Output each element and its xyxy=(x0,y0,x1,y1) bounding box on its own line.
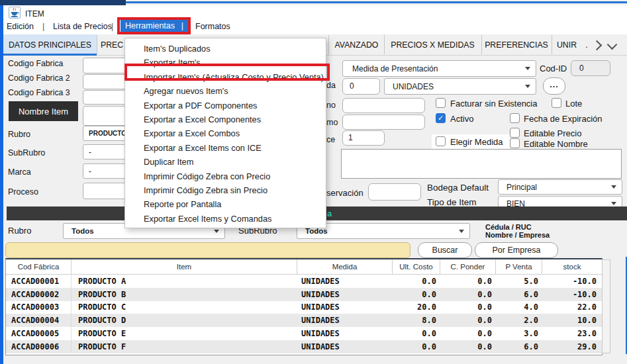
buscar-button-label: Buscar xyxy=(432,246,458,255)
item-window: ITEM Edición | Lista de Precios | Herram… xyxy=(0,0,627,364)
activo-label: Activo xyxy=(450,114,473,124)
table-row[interactable]: ACCAD00005 PRODUCTO E UNIDADES 0.0 0.0 3… xyxy=(6,327,602,340)
menu-item-exportar-excel-combos[interactable]: Exportar a Excel Combos xyxy=(125,126,326,140)
tab-prec-clipped[interactable]: PREC xyxy=(101,34,127,55)
menu-item-imprimir-zebra-sin-precio[interactable]: Imprimir Código Zebra sin Precio xyxy=(125,183,326,197)
facturar-sin-existencia-label: Facturar sin Existencia xyxy=(450,99,538,109)
codigo-fabrica-3-label: Codigo Fabrica 3 xyxy=(8,88,70,97)
facturar-sin-existencia-checkbox[interactable] xyxy=(436,98,446,108)
menubar-separator: | xyxy=(111,22,113,31)
observacion-label-fragment: servación xyxy=(326,188,363,198)
tab-datos-principales-label[interactable]: DATOS PRINCIPALES xyxy=(3,34,97,55)
table-vertical-scrollbar[interactable] xyxy=(602,259,610,353)
section-bar-text-fragment: a xyxy=(327,208,332,218)
unidades-select[interactable]: UNIDADES xyxy=(384,78,536,95)
tipo-item-label: Tipo de Item xyxy=(427,197,477,207)
tab-unir[interactable]: UNIR xyxy=(552,34,582,55)
table-row[interactable]: ACCAD00006 PRODUCTO F UNIDADES 0.0 0.0 6… xyxy=(6,340,602,353)
items-table: Cod Fábrica Item Medida Ult. Costo C. Po… xyxy=(5,258,603,355)
cod-id-label: Cod-ID xyxy=(540,64,567,73)
ice-value: 1 xyxy=(348,133,353,142)
subrubro-label: SubRubro xyxy=(8,148,45,158)
cantidad-input[interactable]: 0 xyxy=(342,78,380,95)
nombre-item-button-label: Nombre Item xyxy=(19,107,68,116)
bodega-default-value: Principal xyxy=(506,183,537,192)
editable-precio-label: Editable Precio xyxy=(524,128,581,138)
marca-select-value: - xyxy=(89,167,91,176)
menu-item-items-duplicados[interactable]: Item's Duplicados xyxy=(125,42,326,56)
menu-item-duplicar-item[interactable]: Duplicar Item xyxy=(125,155,326,169)
filter-rubro-label: Rubro xyxy=(8,226,31,236)
menubar-item-formatos[interactable]: Formatos xyxy=(195,22,230,31)
rubro-select-value: PRODUCTO xyxy=(89,130,126,137)
column-header-ult-costo[interactable]: Ult. Costo xyxy=(393,259,440,274)
column-header-medida[interactable]: Medida xyxy=(297,259,393,274)
more-options-button[interactable]: ... xyxy=(543,77,565,95)
codigo-fabrica-label: Codigo Fabrica xyxy=(8,59,63,68)
fecha-expiracion-checkbox[interactable] xyxy=(510,113,520,123)
medida-presentacion-value: Medida de Presentación xyxy=(352,64,438,73)
search-input[interactable] xyxy=(5,242,410,258)
table-row[interactable]: ACCAD00002 PRODUCTO B UNIDADES 0.0 0.0 6… xyxy=(6,288,602,301)
stock-minimo-label-fragment: no xyxy=(326,101,336,110)
editable-nombre-label: Editable Nombre xyxy=(524,139,588,149)
detalle-textarea[interactable] xyxy=(341,149,622,179)
menu-item-imprimir-zebra-con-precio[interactable]: Imprimir Código Zebra con Precio xyxy=(125,169,326,183)
nombre-empresa-label: Nombre / Empresa xyxy=(485,231,550,239)
annotation-box-herramientas xyxy=(117,17,191,34)
menubar-item-lista-de-precios[interactable]: Lista de Precios xyxy=(53,22,112,31)
column-header-c-ponder[interactable]: C. Ponder xyxy=(440,259,496,274)
ice-input[interactable]: 1 xyxy=(342,130,385,146)
column-header-p-venta[interactable]: P Venta xyxy=(496,259,542,274)
stock-minimo-input[interactable] xyxy=(342,98,425,113)
menubar-separator: | xyxy=(42,22,44,31)
window-title: ITEM xyxy=(25,9,44,19)
ice-label-fragment: ce xyxy=(326,135,335,144)
cedula-ruc-label: Cédula / RUC xyxy=(485,223,532,231)
menu-item-exportar-pdf-componentes[interactable]: Exportar a PDF Componentes xyxy=(125,99,326,113)
tab-precios-x-medidas[interactable]: PRECIOS X MEDIDAS xyxy=(384,34,481,55)
column-header-cod-fabrica[interactable]: Cod Fábrica xyxy=(6,259,72,274)
menu-item-exportar-excel-componentes[interactable]: Exportar a Excel Componentes xyxy=(125,113,326,126)
proceso-label: Proceso xyxy=(8,187,38,197)
editable-precio-checkbox[interactable] xyxy=(510,128,520,138)
editable-nombre-checkbox[interactable] xyxy=(510,138,520,148)
table-row[interactable]: ACCAD00004 PRODUCTO D UNIDADES 8.0 0.0 2… xyxy=(6,314,602,327)
tab-preferencias[interactable]: PREFERENCIAS xyxy=(481,34,552,55)
cantidad-value: 0 xyxy=(350,81,354,91)
column-header-stock[interactable]: stock xyxy=(542,259,602,274)
annotation-box-importar-items xyxy=(124,64,330,81)
unidades-value: UNIDADES xyxy=(393,82,434,91)
menu-item-exportar-excel-items-comandas[interactable]: Exportar Excel Items y Comandas xyxy=(125,212,326,226)
menubar-item-edicion[interactable]: Edición xyxy=(7,22,34,31)
table-row[interactable]: ACCAD00003 PRODUCTO C UNIDADES 20.0 0.0 … xyxy=(6,301,602,314)
window-top-blue-line xyxy=(126,1,627,3)
tab-avanzado[interactable]: AVANZADO xyxy=(329,34,384,55)
stock-maximo-label-fragment: mo xyxy=(326,118,338,127)
stock-maximo-input[interactable] xyxy=(342,114,425,130)
por-empresa-button-label: Por Empresa xyxy=(493,246,541,255)
column-header-item[interactable]: Item xyxy=(72,259,297,274)
menu-item-agregar-nuevos-items[interactable]: Agregar nuevos Item's xyxy=(125,84,326,98)
window-top-navy-bar xyxy=(0,0,126,5)
cod-id-field: 0 xyxy=(571,60,610,76)
activo-checkbox[interactable]: ✓ xyxy=(436,113,446,123)
fecha-expiracion-label: Fecha de Expiración xyxy=(524,114,603,124)
table-row[interactable]: ACCAD00001 PRODUCTO A UNIDADES 0.0 0.0 5… xyxy=(6,275,602,288)
menu-item-reporte-por-pantalla[interactable]: Reporte por Pantalla xyxy=(125,197,326,211)
buscar-button[interactable]: Buscar xyxy=(418,242,472,258)
observacion-input[interactable] xyxy=(368,183,421,201)
por-empresa-button[interactable]: Por Empresa xyxy=(475,242,558,258)
elegir-medida-checkbox[interactable] xyxy=(436,136,446,146)
marca-label: Marca xyxy=(8,167,31,177)
more-options-label: ... xyxy=(550,80,558,89)
menu-item-exportar-excel-items-ice[interactable]: Exportar a Excel Items con ICE xyxy=(125,141,326,155)
medida-presentacion-select[interactable]: Medida de Presentación xyxy=(342,60,536,77)
rubro-label: Rubro xyxy=(8,130,30,139)
nombre-item-button[interactable]: Nombre Item xyxy=(9,101,78,121)
lote-checkbox[interactable] xyxy=(552,98,561,108)
bodega-default-select[interactable]: Principal xyxy=(498,179,622,195)
tab-overflow-dot: . xyxy=(584,34,589,55)
java-icon xyxy=(9,7,21,19)
elegir-medida-label: Elegir Medida xyxy=(450,137,503,147)
